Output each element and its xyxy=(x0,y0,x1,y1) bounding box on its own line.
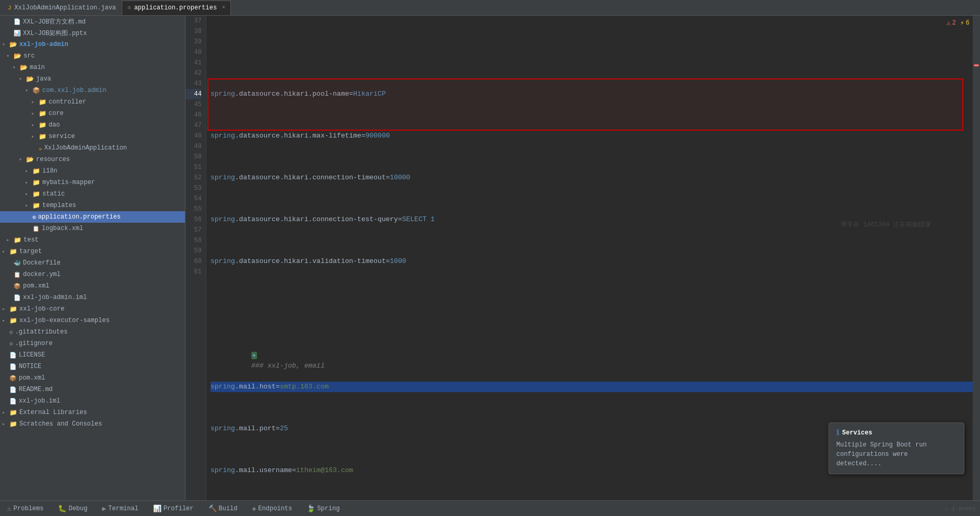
sidebar-item-notice[interactable]: 📄 NOTICE xyxy=(0,361,185,372)
folder-icon: 📂 xyxy=(26,75,34,83)
services-popup: ℹ Services Multiple Spring Boot run conf… xyxy=(829,422,964,474)
sidebar-item-label: static xyxy=(42,190,65,198)
line-number: 39 xyxy=(185,37,202,47)
code-line-41: spring.datasource.hikari.validation-time… xyxy=(211,256,973,267)
folder-icon: 📁 xyxy=(14,236,21,244)
sidebar-item-dao[interactable]: 📁 dao xyxy=(0,119,185,131)
close-icon[interactable]: × xyxy=(222,5,225,10)
sidebar-item-label: XxlJobAdminApplication xyxy=(44,144,127,152)
sidebar-item-gitignore[interactable]: ⚙ .gitignore xyxy=(0,338,185,349)
sidebar-item-service[interactable]: 📁 service xyxy=(0,131,185,142)
arrow-icon xyxy=(19,76,26,82)
arrow-icon xyxy=(19,156,26,163)
bottom-item-terminal[interactable]: ▶ Terminal xyxy=(99,503,141,514)
sidebar-item-label: XXL-JOB官方文档.md xyxy=(23,17,86,26)
sidebar-item-package[interactable]: 📦 com.xxl.job.admin xyxy=(0,85,185,96)
sidebar-item-test[interactable]: 📁 test xyxy=(0,234,185,246)
profiler-icon: 📊 xyxy=(153,504,161,513)
sidebar-item-pptx[interactable]: 📊 XXL-JOB架构图.pptx xyxy=(0,27,185,39)
sidebar-item-label: java xyxy=(36,75,51,83)
sidebar-item-i18n[interactable]: 📁 i18n xyxy=(0,165,185,177)
line-number: 43 xyxy=(185,78,202,89)
code-line-37: spring.datasource.hikari.pool-name=Hikar… xyxy=(211,89,973,99)
sidebar-item-xxl-core[interactable]: 📁 xxl-job-core xyxy=(0,303,185,315)
sidebar-item-dockerfile[interactable]: 🐳 Dockerfile xyxy=(0,257,185,269)
sidebar-item-label: External Libraries xyxy=(19,409,87,416)
folder-icon: 📂 xyxy=(20,64,28,72)
line-number: 60 xyxy=(185,256,202,267)
sidebar-item-xxl-iml[interactable]: 📄 xxl-job.iml xyxy=(0,395,185,407)
sidebar-item-label: xxl-job.iml xyxy=(19,397,60,405)
sidebar-item-iml-admin[interactable]: 📄 xxl-job-admin.iml xyxy=(0,292,185,303)
arrow-icon xyxy=(2,248,9,255)
bottom-item-debug[interactable]: 🐛 Debug xyxy=(55,503,90,514)
yml-icon: 📋 xyxy=(14,271,21,278)
bottom-item-profiler[interactable]: 📊 Profiler xyxy=(150,503,197,514)
sidebar-item-pom[interactable]: 📦 pom.xml xyxy=(0,280,185,292)
sidebar-item-target[interactable]: 📁 target xyxy=(0,246,185,257)
folder-icon: 📁 xyxy=(32,167,40,175)
sidebar-item-label: Scratches and Consoles xyxy=(19,420,102,428)
tab-java[interactable]: J XxlJobAdminApplication.java xyxy=(2,1,122,15)
pom-icon: 📦 xyxy=(14,283,21,290)
profiler-label: Profiler xyxy=(164,505,194,512)
sidebar-item-templates[interactable]: 📁 templates xyxy=(0,200,185,211)
arrow-icon xyxy=(2,306,9,312)
sidebar-item-java[interactable]: 📂 java xyxy=(0,73,185,85)
arrow-icon xyxy=(2,409,9,416)
sidebar-item-controller[interactable]: 📁 controller xyxy=(0,96,185,108)
folder-icon: 📂 xyxy=(26,156,34,164)
sidebar-item-label: mybatis-mapper xyxy=(42,179,95,186)
sidebar-item-resources[interactable]: 📂 resources xyxy=(0,154,185,165)
sidebar-item-xxl-job-admin[interactable]: 📂 xxl-job-admin xyxy=(0,39,185,50)
java-main-icon: ☕ xyxy=(39,145,42,152)
tab-prop[interactable]: ≡ application.properties × xyxy=(122,1,231,15)
sidebar-item-scratches[interactable]: 📁 Scratches and Consoles xyxy=(0,418,185,430)
sidebar-item-xxl-executor[interactable]: 📁 xxl-job-executor-samples xyxy=(0,315,185,326)
sidebar-item-license[interactable]: 📄 LICENSE xyxy=(0,349,185,361)
sidebar-item-mybatis[interactable]: 📁 mybatis-mapper xyxy=(0,177,185,188)
sidebar-item-label: pom.xml xyxy=(19,374,45,382)
code-line-43: ● ### xxl-job, email xyxy=(211,340,973,350)
iml-icon: 📄 xyxy=(14,294,21,301)
sidebar-item-md1[interactable]: 📄 XXL-JOB官方文档.md xyxy=(0,16,185,27)
folder-icon: 📁 xyxy=(9,305,17,313)
bottom-item-problems[interactable]: ⚠ Problems xyxy=(4,503,46,514)
sidebar-item-label: docker.yml xyxy=(23,271,61,278)
arrow-icon xyxy=(13,64,20,71)
line-number: 37 xyxy=(185,16,202,26)
sidebar-item-main-class[interactable]: ☕ XxlJobAdminApplication xyxy=(0,142,185,154)
file-icon: 📄 xyxy=(9,352,17,359)
sidebar-item-core[interactable]: 📁 core xyxy=(0,108,185,119)
code-line-42 xyxy=(211,298,973,308)
md-icon: 📄 xyxy=(9,386,17,393)
sidebar-item-app-prop[interactable]: ⚙ application.properties xyxy=(0,211,185,223)
sidebar-item-logback[interactable]: 📋 logback.xml xyxy=(0,223,185,234)
folder-icon: 📁 xyxy=(9,409,17,417)
file-icon: 📄 xyxy=(9,363,17,370)
debug-icon: 🐛 xyxy=(58,504,66,513)
sidebar-item-static[interactable]: 📁 static xyxy=(0,188,185,200)
bottom-item-build[interactable]: 🔨 Build xyxy=(205,503,241,514)
prop-file-icon: ≡ xyxy=(127,5,131,11)
sidebar-item-label: pom.xml xyxy=(23,282,49,290)
sidebar-item-docker-yml[interactable]: 📋 docker.yml xyxy=(0,269,185,280)
bottom-item-spring[interactable]: 🍃 Spring xyxy=(304,503,343,514)
folder-icon: 📁 xyxy=(39,121,46,129)
sidebar-item-gitattributes[interactable]: ⚙ .gitattributes xyxy=(0,326,185,338)
services-title-label: Services xyxy=(842,429,872,437)
sidebar-item-ext-lib[interactable]: 📁 External Libraries xyxy=(0,407,185,418)
sidebar-item-main[interactable]: 📂 main xyxy=(0,62,185,73)
sidebar-item-pom-root[interactable]: 📦 pom.xml xyxy=(0,372,185,384)
sidebar-item-readme[interactable]: 📄 README.md xyxy=(0,384,185,395)
sidebar-item-label: src xyxy=(24,52,35,60)
bottom-item-endpoints[interactable]: ◈ Endpoints xyxy=(249,503,296,514)
prop-icon: ⚙ xyxy=(32,214,36,221)
package-icon: 📦 xyxy=(32,87,40,95)
sidebar-item-src[interactable]: 📂 src xyxy=(0,50,185,62)
sidebar-item-label: README.md xyxy=(19,386,53,393)
line-number-active: 44 xyxy=(185,89,202,99)
sidebar-item-label: i18n xyxy=(42,167,57,175)
sidebar-item-label: xxl-job-admin xyxy=(19,41,68,48)
line-number: 40 xyxy=(185,47,202,58)
